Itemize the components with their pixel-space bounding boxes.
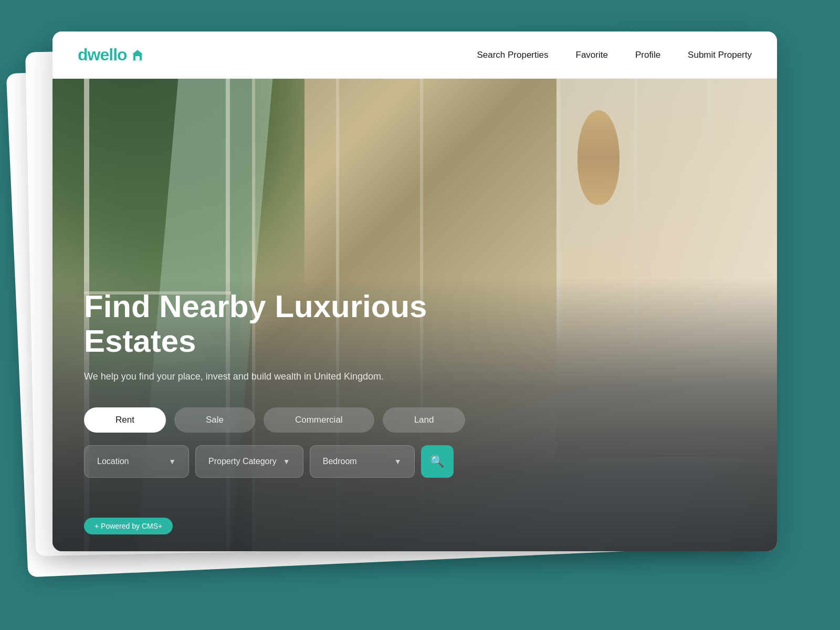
location-chevron-icon: ▼ bbox=[169, 457, 176, 466]
tab-commercial[interactable]: Commercial bbox=[264, 407, 374, 433]
tab-land[interactable]: Land bbox=[383, 407, 466, 433]
svg-rect-1 bbox=[135, 56, 140, 60]
pendant-lamp bbox=[578, 110, 620, 205]
search-button[interactable]: 🔍 bbox=[421, 445, 454, 478]
nav-submit-property[interactable]: Submit Property bbox=[688, 50, 752, 60]
hero-section: Find Nearby Luxurious Estates We help yo… bbox=[52, 79, 777, 551]
search-bar: Location ▼ Property Category ▼ Bedroom ▼… bbox=[84, 445, 746, 478]
bedroom-label: Bedroom bbox=[323, 457, 357, 466]
bedroom-chevron-icon: ▼ bbox=[394, 457, 402, 466]
search-icon: 🔍 bbox=[430, 455, 444, 468]
category-dropdown[interactable]: Property Category ▼ bbox=[195, 445, 303, 478]
logo[interactable]: dwello bbox=[78, 45, 145, 65]
tab-sale[interactable]: Sale bbox=[174, 407, 255, 433]
nav-profile[interactable]: Profile bbox=[635, 50, 660, 60]
location-dropdown[interactable]: Location ▼ bbox=[84, 445, 189, 478]
tab-rent[interactable]: Rent bbox=[84, 407, 166, 433]
main-card: dwello Search Properties Favorite Profil… bbox=[52, 32, 777, 551]
logo-house-icon bbox=[130, 48, 145, 62]
hero-content: Find Nearby Luxurious Estates We help yo… bbox=[84, 289, 746, 478]
powered-by-badge: + Powered by CMS+ bbox=[84, 518, 173, 534]
powered-by-text: + Powered by CMS+ bbox=[94, 522, 162, 530]
navbar: dwello Search Properties Favorite Profil… bbox=[52, 32, 777, 79]
hero-subtitle: We help you find your place, invest and … bbox=[84, 371, 399, 382]
nav-favorite[interactable]: Favorite bbox=[576, 50, 608, 60]
nav-search-properties[interactable]: Search Properties bbox=[477, 50, 548, 60]
category-chevron-icon: ▼ bbox=[283, 457, 290, 466]
location-label: Location bbox=[97, 457, 129, 466]
hero-title: Find Nearby Luxurious Estates bbox=[84, 289, 452, 359]
logo-text: dwello bbox=[78, 45, 127, 65]
nav-links: Search Properties Favorite Profile Submi… bbox=[477, 50, 752, 60]
bedroom-dropdown[interactable]: Bedroom ▼ bbox=[310, 445, 415, 478]
property-type-tabs: Rent Sale Commercial Land bbox=[84, 407, 746, 433]
category-label: Property Category bbox=[208, 457, 277, 466]
